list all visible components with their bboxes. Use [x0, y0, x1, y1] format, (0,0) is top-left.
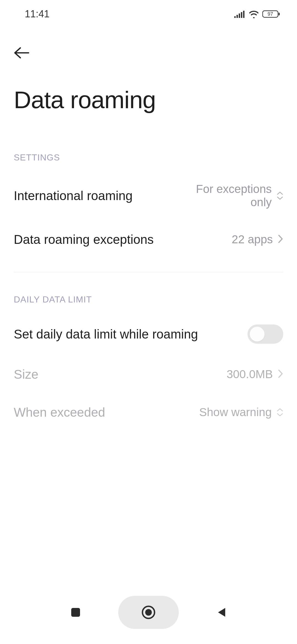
- setting-size[interactable]: Size 300.0MB: [14, 355, 283, 393]
- square-icon: [71, 607, 81, 617]
- nav-recent-button[interactable]: [55, 599, 96, 626]
- setting-value: 22 apps: [232, 233, 273, 246]
- header: Data roaming: [0, 25, 297, 130]
- updown-chevron-icon: [277, 408, 283, 417]
- svg-rect-0: [234, 16, 236, 18]
- setting-international-roaming[interactable]: International roaming For exceptions onl…: [14, 171, 283, 220]
- setting-value: For exceptions only: [173, 182, 272, 209]
- back-button[interactable]: [14, 42, 36, 64]
- circle-icon: [141, 605, 156, 620]
- status-time: 11:41: [25, 8, 50, 20]
- status-right: 97: [234, 10, 280, 18]
- status-bar: 11:41 97: [0, 0, 297, 25]
- setting-data-roaming-exceptions[interactable]: Data roaming exceptions 22 apps: [14, 220, 283, 258]
- cellular-signal-icon: [234, 10, 245, 18]
- page-title: Data roaming: [14, 86, 283, 114]
- section-settings: SETTINGS International roaming For excep…: [0, 130, 297, 258]
- chevron-right-icon: [278, 369, 283, 380]
- setting-value-wrap: 22 apps: [232, 233, 283, 246]
- svg-rect-6: [279, 13, 280, 15]
- svg-rect-1: [237, 15, 238, 18]
- back-arrow-icon: [14, 47, 30, 59]
- svg-text:97: 97: [268, 11, 273, 17]
- nav-back-button[interactable]: [201, 599, 242, 626]
- setting-value: 300.0MB: [227, 368, 273, 381]
- section-daily-data-limit: DAILY DATA LIMIT Set daily data limit wh…: [0, 272, 297, 431]
- section-header-settings: SETTINGS: [14, 130, 283, 171]
- svg-rect-4: [243, 11, 244, 18]
- setting-set-daily-limit[interactable]: Set daily data limit while roaming: [14, 313, 283, 355]
- updown-chevron-icon: [277, 191, 283, 200]
- setting-label: International roaming: [14, 188, 133, 203]
- setting-value-wrap: 300.0MB: [227, 368, 283, 381]
- setting-label: Size: [14, 367, 38, 382]
- setting-value: Show warning: [199, 406, 272, 419]
- nav-home-button[interactable]: [118, 596, 179, 629]
- svg-rect-3: [241, 12, 242, 18]
- chevron-right-icon: [278, 234, 283, 245]
- svg-rect-8: [71, 608, 80, 617]
- setting-value-wrap: Show warning: [199, 406, 283, 419]
- setting-when-exceeded[interactable]: When exceeded Show warning: [14, 393, 283, 431]
- setting-value-wrap: For exceptions only: [173, 182, 283, 209]
- triangle-back-icon: [216, 607, 226, 618]
- svg-point-10: [145, 609, 152, 616]
- toggle-set-daily-limit[interactable]: [248, 324, 283, 344]
- setting-label: Set daily data limit while roaming: [14, 327, 198, 342]
- toggle-knob: [250, 327, 265, 342]
- wifi-icon: [249, 10, 259, 18]
- nav-bar: [0, 592, 297, 633]
- setting-label: Data roaming exceptions: [14, 232, 154, 247]
- battery-icon: 97: [262, 10, 280, 18]
- section-header-daily-limit: DAILY DATA LIMIT: [14, 272, 283, 313]
- setting-label: When exceeded: [14, 405, 105, 420]
- svg-rect-2: [239, 13, 240, 18]
